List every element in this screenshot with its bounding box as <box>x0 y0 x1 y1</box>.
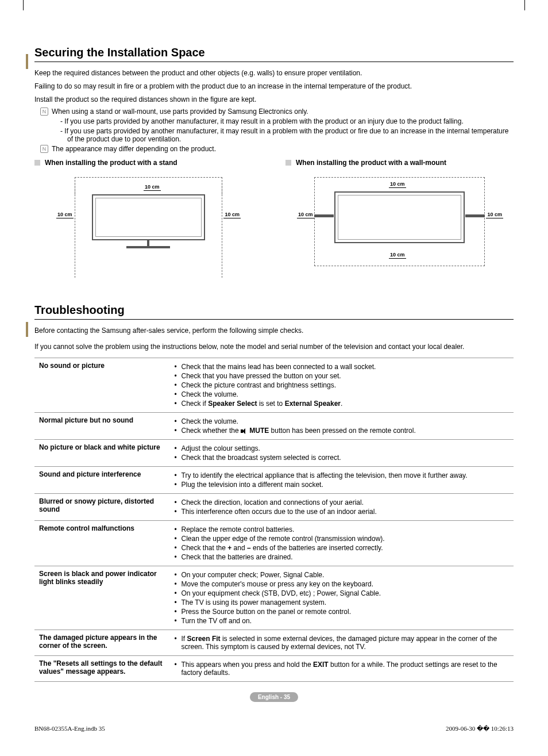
distance-label: 10 cm <box>389 181 406 188</box>
diagram-wallmount: When installing the product with a wall-… <box>285 159 514 286</box>
page-number: English - 35 <box>34 692 514 702</box>
problem-cell: Normal picture but no sound <box>34 413 169 440</box>
list-item: Adjust the colour settings. <box>173 444 509 452</box>
mute-icon <box>241 428 248 434</box>
distance-label: 10 cm <box>223 212 241 218</box>
list-item: This appears when you press and hold the… <box>173 661 509 677</box>
section-accent <box>26 54 28 69</box>
solution-cell: On your computer check; Power, Signal Ca… <box>169 566 514 630</box>
problem-cell: Sound and picture interference <box>34 467 169 494</box>
solution-cell: This appears when you press and hold the… <box>169 656 514 682</box>
footer-left: BN68-02355A-Eng.indb 35 <box>34 725 105 732</box>
diagram-title: When installing the product with a wall-… <box>296 159 446 167</box>
troubleshoot-intro: If you cannot solve the problem using th… <box>34 341 514 352</box>
intro-text: Failing to do so may result in fire or a… <box>34 81 514 91</box>
list-item: Check that the broadcast system selected… <box>173 454 509 462</box>
problem-cell: Blurred or snowy picture, distorted soun… <box>34 494 169 521</box>
page-pill: English - 35 <box>250 692 298 702</box>
list-item: Check that the batteries are drained. <box>173 553 509 561</box>
list-item: Clean the upper edge of the remote contr… <box>173 535 509 543</box>
solution-cell: If Screen Fit is selected in some extern… <box>169 630 514 656</box>
solution-cell: Try to identify the electrical appliance… <box>169 467 514 494</box>
list-item: The TV is using its power management sys… <box>173 598 509 607</box>
list-item: Check the direction, location and connec… <box>173 498 509 506</box>
list-item: Replace the remote control batteries. <box>173 525 509 534</box>
problem-cell: Remote control malfunctions <box>34 521 169 566</box>
list-item: Check the picture contrast and brightnes… <box>173 381 509 389</box>
crop-mark <box>23 0 24 10</box>
problem-cell: No sound or picture <box>34 358 169 413</box>
intro-text: Install the product so the required dist… <box>34 94 514 105</box>
table-row: Remote control malfunctionsReplace the r… <box>34 521 514 566</box>
list-item: Check the volume. <box>173 417 509 425</box>
section-title-troubleshooting: Troubleshooting <box>34 304 514 320</box>
list-item: Check if Speaker Select is set to Extern… <box>173 400 509 408</box>
list-item: Check that the mains lead has been conne… <box>173 363 509 371</box>
note-item: N When using a stand or wall-mount, use … <box>40 108 514 116</box>
list-item: Check that you have pressed the button o… <box>173 372 509 380</box>
table-row: Sound and picture interferenceTry to ide… <box>34 467 514 494</box>
problem-cell: No picture or black and white picture <box>34 440 169 467</box>
table-row: No picture or black and white pictureAdj… <box>34 440 514 467</box>
table-row: The "Resets all settings to the default … <box>34 656 514 682</box>
list-item: Check that the + and – ends of the batte… <box>173 544 509 552</box>
distance-label: 10 cm <box>56 212 74 218</box>
solution-cell: Check that the mains lead has been conne… <box>169 358 514 413</box>
list-item: Check whether the MUTE button has been p… <box>173 427 509 435</box>
distance-label: 10 cm <box>297 212 314 218</box>
problem-cell: The damaged picture appears in the corne… <box>34 630 169 656</box>
footer-right: 2009-06-30 �� 10:26:13 <box>446 725 514 732</box>
list-item: Turn the TV off and on. <box>173 617 509 625</box>
list-item: Check the volume. <box>173 390 509 398</box>
solution-cell: Replace the remote control batteries.Cle… <box>169 521 514 566</box>
troubleshoot-intro: Before contacting the Samsung after-sale… <box>34 325 514 336</box>
square-bullet-icon <box>34 160 40 166</box>
list-item: On your equipment check (STB, DVD, etc) … <box>173 589 509 597</box>
distance-label: 10 cm <box>389 252 406 259</box>
note-text: The appearance may differ depending on t… <box>52 145 514 153</box>
note-icon: N <box>40 108 48 116</box>
solution-cell: Check the direction, location and connec… <box>169 494 514 521</box>
note-item: N The appearance may differ depending on… <box>40 145 514 153</box>
list-item: Try to identify the electrical appliance… <box>173 471 509 479</box>
square-bullet-icon <box>285 160 291 166</box>
list-item: If Screen Fit is selected in some extern… <box>173 635 509 651</box>
list-item: Plug the television into a different mai… <box>173 481 509 489</box>
table-row: The damaged picture appears in the corne… <box>34 630 514 656</box>
section-title-installation: Securing the Installation Space <box>34 46 514 62</box>
list-item: On your computer check; Power, Signal Ca… <box>173 571 509 579</box>
diagram-title: When installing the product with a stand <box>45 159 177 167</box>
distance-label: 10 cm <box>144 184 161 191</box>
sub-bullet: If you use parts provided by another man… <box>60 117 514 125</box>
troubleshooting-table: No sound or pictureCheck that the mains … <box>34 358 514 682</box>
diagram-stand: When installing the product with a stand… <box>34 159 263 286</box>
solution-cell: Adjust the colour settings.Check that th… <box>169 440 514 467</box>
solution-cell: Check the volume.Check whether the MUTE … <box>169 413 514 440</box>
table-row: Normal picture but no soundCheck the vol… <box>34 413 514 440</box>
note-text: When using a stand or wall-mount, use pa… <box>52 108 514 116</box>
section-accent <box>26 322 28 337</box>
intro-text: Keep the required distances between the … <box>34 68 514 78</box>
list-item: This interference often occurs due to th… <box>173 508 509 516</box>
list-item: Move the computer's mouse or press any k… <box>173 580 509 588</box>
problem-cell: Screen is black and power indicator ligh… <box>34 566 169 630</box>
table-row: Blurred or snowy picture, distorted soun… <box>34 494 514 521</box>
problem-cell: The "Resets all settings to the default … <box>34 656 169 682</box>
distance-label: 10 cm <box>486 212 503 218</box>
list-item: Press the Source button on the panel or … <box>173 608 509 616</box>
crop-mark <box>524 0 525 10</box>
sub-bullet: If you use parts provided by another man… <box>60 127 514 143</box>
note-icon: N <box>40 145 48 153</box>
table-row: Screen is black and power indicator ligh… <box>34 566 514 630</box>
table-row: No sound or pictureCheck that the mains … <box>34 358 514 413</box>
